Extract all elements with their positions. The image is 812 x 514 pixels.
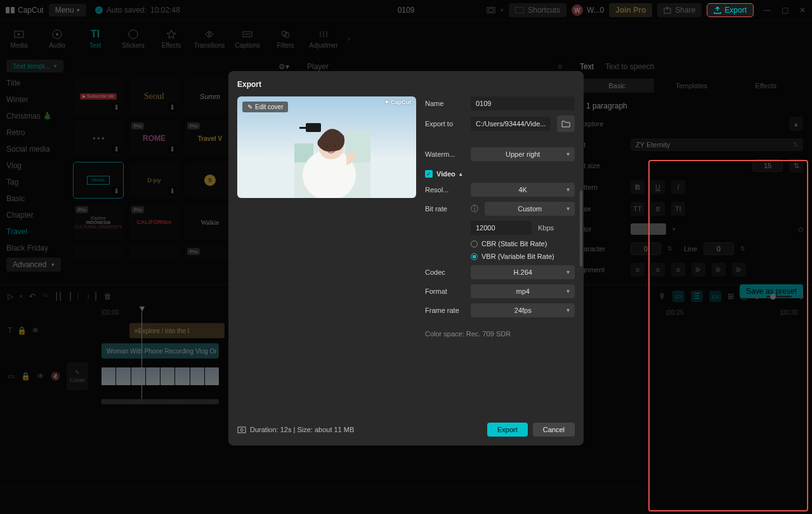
undo-icon[interactable]: ↶ — [29, 292, 36, 301]
align-center-icon[interactable]: ≡ — [651, 263, 665, 277]
collapse-icon[interactable]: ▴ — [789, 117, 803, 131]
bitrate-select[interactable]: Custom — [485, 202, 575, 216]
tab-tts[interactable]: Text to speech — [605, 62, 654, 71]
split-left-icon[interactable]: ⎮〈 — [69, 291, 80, 302]
tool-effects[interactable]: Effects — [157, 28, 185, 49]
template-thumb[interactable]: Summ — [185, 79, 235, 114]
case-title[interactable]: Tt — [671, 202, 685, 216]
close-icon[interactable]: ✕ — [798, 6, 807, 15]
template-thumb[interactable] — [129, 246, 179, 259]
tl-icon[interactable]: ☰ — [691, 291, 703, 302]
tool-captions[interactable]: Captions — [233, 28, 261, 49]
template-thumb[interactable]: Pro — [185, 246, 235, 259]
video-clip-label[interactable]: Woman With Phone Recording Vlog Or — [102, 343, 219, 359]
cat-social[interactable]: Social media — [6, 145, 69, 154]
font-select[interactable]: ZY Eternity⇅ — [631, 138, 803, 151]
info-icon[interactable]: ⓘ — [471, 204, 478, 214]
tl-icon[interactable]: ▭ — [672, 291, 684, 302]
minimize-icon[interactable]: — — [763, 6, 771, 15]
eye-icon[interactable]: 👁 — [37, 372, 44, 381]
maximize-icon[interactable]: ▢ — [780, 6, 789, 15]
lock-icon[interactable]: 🔒 — [21, 372, 30, 381]
case-upper[interactable]: TT — [631, 202, 645, 216]
subtab-templates[interactable]: Templates — [654, 79, 728, 93]
tool-stickers[interactable]: Stickers — [119, 28, 147, 49]
cat-blackfriday[interactable]: Black Friday — [6, 244, 69, 253]
menu-button[interactable]: Menu▾ — [49, 4, 86, 16]
tab-text[interactable]: Text — [580, 62, 594, 71]
cat-winter[interactable]: Winter — [6, 95, 69, 104]
zoom-in-icon[interactable]: ⊕ — [798, 292, 804, 301]
cat-retro[interactable]: Retro — [6, 128, 69, 137]
playhead[interactable] — [140, 306, 145, 312]
tool-text[interactable]: TIText — [81, 28, 109, 49]
split-icon[interactable]: ⎮⎮ — [55, 292, 62, 301]
cancel-button[interactable]: Cancel — [533, 423, 575, 437]
tool-audio[interactable]: Audio — [43, 28, 71, 49]
zoom-out-icon[interactable]: ⊖ — [754, 292, 760, 301]
framerate-select[interactable]: 24fps — [471, 303, 575, 317]
line-spacing[interactable]: 0 — [704, 242, 734, 255]
bold-icon[interactable]: B — [631, 180, 645, 194]
vbr-radio[interactable]: VBR (Variable Bit Rate) — [471, 253, 575, 260]
aspect-icon[interactable] — [487, 6, 495, 15]
export-confirm-button[interactable]: Export — [487, 423, 528, 437]
align-v3-icon[interactable]: ⊪ — [732, 263, 746, 277]
template-thumb[interactable]: ▶ Subscribe Me⬇ — [74, 79, 123, 114]
player-menu-icon[interactable]: ≡ — [558, 62, 562, 71]
tool-transitions[interactable]: Transitions — [195, 28, 223, 49]
export-button[interactable]: Export — [707, 3, 754, 17]
mic-icon[interactable]: 🎙 — [658, 292, 666, 301]
template-thumb[interactable]: Walkin — [185, 204, 235, 240]
cat-travel[interactable]: Travel — [6, 227, 69, 236]
align-left-icon[interactable]: ≡ — [631, 263, 645, 277]
format-select[interactable]: mp4 — [471, 284, 575, 298]
pointer-tool-icon[interactable]: ▷ — [8, 292, 13, 301]
bitrate-value-input[interactable]: 12000 — [471, 221, 532, 235]
mute-icon[interactable]: 🔇 — [51, 372, 60, 381]
tool-adjustment[interactable]: Adjustmer — [310, 28, 337, 49]
cover-button[interactable]: ✎Cover — [67, 362, 88, 390]
user-badge[interactable]: WW...0 — [572, 4, 604, 16]
join-pro-button[interactable]: Join Pro — [609, 3, 652, 17]
color-swatch[interactable] — [631, 223, 666, 235]
tool-filters[interactable]: Filters — [272, 28, 299, 49]
text-templates-dropdown[interactable]: Text templ...▾ — [6, 60, 63, 72]
template-thumb[interactable]: D-joy⬇ — [129, 162, 179, 198]
template-thumb[interactable]: ProROME⬇ — [129, 121, 179, 156]
template-thumb[interactable]: ✦✦✦⬇ — [74, 121, 123, 156]
char-spacing[interactable]: 0 — [631, 242, 661, 255]
align-v1-icon[interactable]: ⊪ — [691, 263, 705, 277]
cat-tag[interactable]: Tag — [6, 178, 69, 187]
redo-icon[interactable]: ↷ — [42, 292, 48, 301]
video-section-toggle[interactable]: ✓Video ▴ — [425, 170, 575, 178]
subtab-basic[interactable]: Basic — [580, 79, 654, 93]
template-thumb[interactable]: ProExploreINDONESIACULTURAL DIVERSITY — [74, 204, 123, 240]
cat-title[interactable]: Title — [6, 79, 69, 88]
export-path-input[interactable]: C:/Users/93444/Vide... — [471, 117, 551, 131]
template-thumb[interactable]: ProCALIFORNIA — [129, 204, 179, 240]
cat-vlog[interactable]: Vlog — [6, 161, 69, 170]
tl-icon[interactable]: ▢ — [740, 292, 747, 301]
template-thumb[interactable]: 5 — [185, 162, 235, 198]
tl-icon[interactable]: ⊞ — [728, 292, 734, 301]
resolution-select[interactable]: 4K — [471, 183, 575, 197]
delete-icon[interactable]: 🗑 — [104, 292, 112, 301]
cat-christmas[interactable]: Christmas 🎄 — [6, 112, 69, 121]
codec-select[interactable]: H.264 — [471, 265, 575, 279]
case-lower[interactable]: tt — [651, 202, 665, 216]
shortcuts-button[interactable]: Shortcuts — [509, 3, 566, 17]
subtab-effects[interactable]: Effects — [729, 79, 803, 93]
browse-folder-icon[interactable] — [557, 115, 575, 132]
template-thumb[interactable]: Seoul⬇ — [129, 79, 179, 114]
cat-basic[interactable]: Basic — [6, 194, 69, 203]
video-clip[interactable] — [102, 367, 219, 385]
text-clip[interactable]: ≡ Explore / into the l — [129, 323, 225, 338]
dialog-scrollbar[interactable] — [580, 190, 582, 267]
stepper-icon[interactable]: ⇅ — [789, 159, 803, 173]
reset-icon[interactable]: ◇ — [798, 225, 803, 234]
export-name-input[interactable]: 0109 — [471, 96, 575, 110]
share-button[interactable]: Share — [657, 3, 702, 17]
cat-chapter[interactable]: Chapter — [6, 211, 69, 220]
template-thumb[interactable] — [74, 246, 123, 259]
